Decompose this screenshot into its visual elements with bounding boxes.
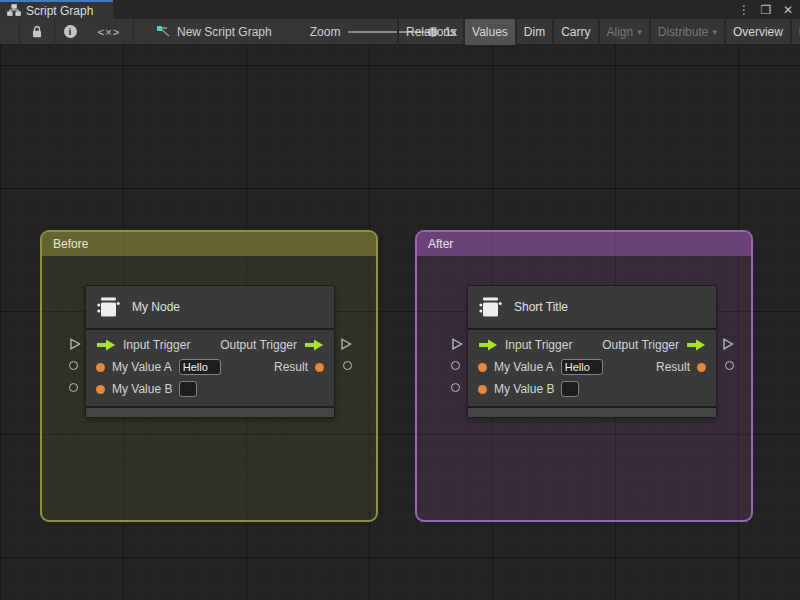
menu-icon[interactable]: ⋮ xyxy=(736,3,752,17)
graph-edge-icon xyxy=(156,25,171,38)
value-b-label: My Value B xyxy=(494,382,554,396)
value-a-connection-point[interactable] xyxy=(451,361,460,370)
result-port-icon[interactable] xyxy=(315,363,324,372)
flow-out-port-icon[interactable] xyxy=(686,339,706,351)
value-a-port-icon[interactable] xyxy=(96,363,105,372)
result-label: Result xyxy=(274,360,308,374)
result-connection-point[interactable] xyxy=(725,361,734,370)
value-b-input[interactable] xyxy=(179,381,197,397)
maximize-icon[interactable]: ❐ xyxy=(758,3,774,17)
result-label: Result xyxy=(656,360,690,374)
input-trigger-label: Input Trigger xyxy=(123,338,190,352)
group-after-label: After xyxy=(428,237,453,251)
value-b-connection-point[interactable] xyxy=(69,383,78,392)
fullscreen-button[interactable]: Full Screen xyxy=(792,19,800,45)
zoom-label: Zoom xyxy=(310,25,341,39)
value-a-row: My Value A Result xyxy=(468,356,716,378)
value-a-row: My Value A Result xyxy=(86,356,334,378)
distribute-button[interactable]: Distribute ▾ xyxy=(651,19,724,45)
tab-script-graph[interactable]: Script Graph xyxy=(0,0,113,19)
input-trigger-connection-point[interactable] xyxy=(69,337,81,351)
node-footer xyxy=(86,406,334,417)
graph-canvas[interactable]: Before After xyxy=(0,45,800,600)
code-view-button[interactable]: <×> xyxy=(85,19,133,45)
value-a-input[interactable] xyxy=(561,359,603,375)
title-bar: Script Graph ⋮ ❐ ✕ xyxy=(0,0,800,19)
tab-title: Script Graph xyxy=(26,4,93,18)
node-header[interactable]: My Node xyxy=(86,286,334,330)
value-b-port-icon[interactable] xyxy=(96,385,105,394)
value-a-label: My Value A xyxy=(112,360,172,374)
node-ports: Input Trigger Output Trigger My Value A … xyxy=(86,330,334,406)
graph-hierarchy-icon xyxy=(7,4,21,17)
values-button[interactable]: Values xyxy=(465,19,515,45)
flow-in-port-icon[interactable] xyxy=(96,339,116,351)
value-b-row: My Value B xyxy=(86,378,334,400)
input-trigger-label: Input Trigger xyxy=(505,338,572,352)
chevron-down-icon: ▾ xyxy=(712,27,717,37)
info-icon: i xyxy=(64,25,77,38)
group-before-header[interactable]: Before xyxy=(42,232,376,256)
value-a-port-icon[interactable] xyxy=(478,363,487,372)
value-b-port-icon[interactable] xyxy=(478,385,487,394)
script-graph-window: Script Graph ⋮ ❐ ✕ i <×> xyxy=(0,0,800,600)
value-b-input[interactable] xyxy=(561,381,579,397)
result-connection-point[interactable] xyxy=(343,361,352,370)
input-trigger-connection-point[interactable] xyxy=(451,337,463,351)
group-after-header[interactable]: After xyxy=(417,232,751,256)
node-title: My Node xyxy=(132,300,180,314)
carry-button[interactable]: Carry xyxy=(554,19,597,45)
value-b-connection-point[interactable] xyxy=(451,383,460,392)
new-script-graph-label: New Script Graph xyxy=(177,25,272,39)
trigger-row: Input Trigger Output Trigger xyxy=(86,334,334,356)
new-script-graph-button[interactable]: New Script Graph xyxy=(146,19,282,45)
node-header[interactable]: Short Title xyxy=(468,286,716,330)
node-footer xyxy=(468,406,716,417)
separator xyxy=(133,19,134,45)
trigger-row: Input Trigger Output Trigger xyxy=(468,334,716,356)
node-my-node[interactable]: My Node Input Trigger Output Trigger xyxy=(85,285,335,418)
result-port-icon[interactable] xyxy=(697,363,706,372)
align-label: Align xyxy=(607,25,634,39)
distribute-label: Distribute xyxy=(658,25,709,39)
close-icon[interactable]: ✕ xyxy=(780,3,796,17)
group-before-label: Before xyxy=(53,237,88,251)
toolbar: i <×> New Script Graph Zoom 1x Relations… xyxy=(0,19,800,45)
flow-in-port-icon[interactable] xyxy=(478,339,498,351)
output-trigger-label: Output Trigger xyxy=(602,338,679,352)
relations-button[interactable]: Relations xyxy=(399,19,463,45)
align-button[interactable]: Align ▾ xyxy=(600,19,649,45)
value-a-connection-point[interactable] xyxy=(69,361,78,370)
unit-node-icon xyxy=(95,294,122,321)
unit-node-icon xyxy=(477,294,504,321)
value-a-input[interactable] xyxy=(179,359,221,375)
lock-icon xyxy=(31,25,43,38)
value-a-label: My Value A xyxy=(494,360,554,374)
window-controls: ⋮ ❐ ✕ xyxy=(736,0,796,19)
chevron-down-icon: ▾ xyxy=(637,27,642,37)
toolbar-buttons: Relations Values Dim Carry Align ▾ Distr… xyxy=(397,19,800,45)
dim-button[interactable]: Dim xyxy=(517,19,552,45)
lock-button[interactable] xyxy=(20,19,54,45)
overview-button[interactable]: Overview xyxy=(726,19,790,45)
node-ports: Input Trigger Output Trigger My Value A … xyxy=(468,330,716,406)
output-trigger-label: Output Trigger xyxy=(220,338,297,352)
node-title: Short Title xyxy=(514,300,568,314)
flow-out-port-icon[interactable] xyxy=(304,339,324,351)
info-button[interactable]: i xyxy=(55,19,85,45)
value-b-label: My Value B xyxy=(112,382,172,396)
output-trigger-connection-point[interactable] xyxy=(722,337,734,351)
output-trigger-connection-point[interactable] xyxy=(340,337,352,351)
value-b-row: My Value B xyxy=(468,378,716,400)
code-icon: <×> xyxy=(98,26,120,38)
node-short-title[interactable]: Short Title Input Trigger Output Trigger xyxy=(467,285,717,418)
